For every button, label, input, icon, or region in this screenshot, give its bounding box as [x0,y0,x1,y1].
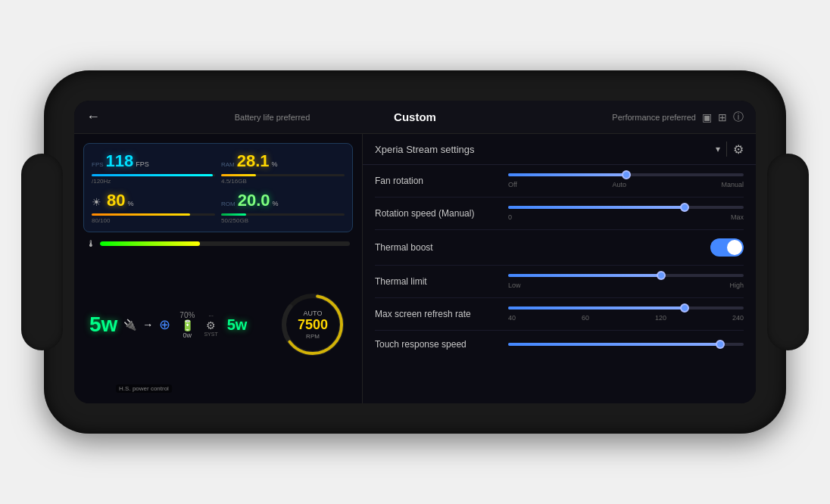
left-panel: FPS 118 FPS /120Hz RAM 28.1 [74,134,362,403]
brightness-unit: % [127,200,133,207]
rpm-gauge: AUTO 7500 RPM [279,291,347,359]
fps-value: 118 [106,151,134,171]
brightness-value: 80 [107,191,125,210]
touch-response-control[interactable] [508,343,744,346]
fan-rotation-label: Fan rotation [375,176,496,186]
ram-unit: % [272,160,278,168]
syst-icon: ⚙ [206,319,216,331]
rotation-speed-label: Rotation speed (Manual) [375,208,496,219]
temp-bar-fill [100,241,200,246]
fan-rotation-labels: Off Auto Manual [508,181,744,188]
brightness-bar [92,213,190,216]
thermal-boost-label: Thermal boost [375,242,496,253]
temp-bar-track [100,241,350,246]
fan-icon: ⊕ [159,316,170,333]
ram-sub: 4.5/16GB [221,178,345,185]
dots-icon: ··· [208,313,214,319]
screen: ← Battery life preferred Custom Performa… [74,101,756,403]
right-header: Xperia Stream settings ▾ ⚙ [363,134,756,165]
info-icon[interactable]: ⓘ [733,110,744,124]
main-content: FPS 118 FPS /120Hz RAM 28.1 [74,134,756,403]
back-button[interactable]: ← [86,109,100,125]
ram-value: 28.1 [237,151,270,171]
fps-unit: FPS [136,160,149,168]
stats-grid: FPS 118 FPS /120Hz RAM 28.1 [92,151,345,224]
rotation-speed-row: Rotation speed (Manual) 0 Max [375,198,744,230]
fps-bar [92,174,213,176]
refresh-60: 60 [582,314,589,322]
refresh-120: 120 [655,314,666,322]
power-section: 5w 🔌 → ⊕ 70% 🔋 0w ··· ⚙ SYST [83,255,353,394]
thermal-limit-thumb[interactable] [657,271,666,280]
fan-auto-label: Auto [612,181,626,188]
thermal-low-label: Low [508,282,521,289]
temp-bar-section: 🌡 [83,238,353,249]
layout-icon[interactable]: ⊞ [718,111,727,123]
battery-watts: 0w [183,331,192,339]
refresh-40: 40 [508,314,516,322]
brightness-sub: 80/100 [92,217,215,224]
settings-gear-icon[interactable]: ⚙ [733,142,744,157]
rotation-speed-thumb[interactable] [680,203,689,212]
rotation-speed-labels: 0 Max [508,213,744,221]
thermal-limit-labels: Low High [508,282,744,289]
rotation-min-label: 0 [508,213,512,221]
fan-rotation-row: Fan rotation Off Auto Manual [375,165,744,198]
thermal-boost-toggle[interactable] [710,238,744,257]
rom-sub: 50/250GB [221,217,345,224]
stats-box: FPS 118 FPS /120Hz RAM 28.1 [83,143,353,232]
touch-response-thumb[interactable] [716,340,725,349]
settings-list: Fan rotation Off Auto Manual [363,165,756,403]
refresh-rate-label: Max screen refresh rate [375,309,496,319]
page-title: Custom [394,110,436,123]
power-left-watts: 5w [89,313,117,337]
thermal-limit-control[interactable]: Low High [508,274,744,289]
battery-pct-label: 70% [179,311,195,319]
rom-bar [221,213,246,216]
power-plug-icon: 🔌 [123,319,136,331]
device-frame: ← Battery life preferred Custom Performa… [44,70,786,434]
refresh-rate-markers: 40 60 120 240 [508,314,744,322]
rotation-max-label: Max [731,213,744,221]
battery-life-mode-label: Battery life preferred [115,113,429,122]
performance-mode-label: Performance preferred [612,113,696,122]
rpm-value: 7500 [298,317,328,333]
power-right-watts: 5w [227,316,248,334]
syst-label: SYST [204,331,217,337]
rpm-unit: RPM [298,333,328,340]
dropdown-arrow[interactable]: ▾ [716,144,720,154]
fps-label: FPS [92,161,104,168]
refresh-240: 240 [732,314,744,322]
ram-bar [221,174,256,176]
top-bar: ← Battery life preferred Custom Performa… [74,101,756,134]
header-divider [726,142,727,157]
refresh-rate-row: Max screen refresh rate 40 60 120 240 [375,298,744,331]
rom-label: ROM [221,201,236,207]
fps-sub: /120Hz [92,178,215,185]
ram-stat: RAM 28.1 % 4.5/16GB [221,151,345,185]
refresh-rate-thumb[interactable] [680,303,689,313]
thermal-boost-row: Thermal boost [375,230,744,266]
touch-response-row: Touch response speed [375,331,744,358]
touch-response-label: Touch response speed [375,339,496,350]
thermal-high-label: High [729,282,744,289]
brightness-stat: ☀ 80 % 80/100 [92,191,215,224]
refresh-rate-control[interactable]: 40 60 120 240 [508,306,744,322]
rom-unit: % [273,200,279,207]
hs-label: H.S. power control [116,384,172,393]
thermal-limit-row: Thermal limit Low High [375,266,744,298]
fan-manual-label: Manual [721,181,744,188]
rotation-speed-control[interactable]: 0 Max [508,206,744,221]
thermal-boost-control [508,238,744,257]
battery-icon: 🔋 [181,319,194,331]
temp-icon: 🌡 [86,238,95,249]
rpm-inner: AUTO 7500 RPM [298,310,328,340]
fan-rotation-thumb[interactable] [622,170,631,179]
window-icon[interactable]: ▣ [702,111,712,123]
rpm-mode: AUTO [298,310,328,317]
rom-stat: ROM 20.0 % 50/250GB [221,191,345,224]
thermal-boost-knob [727,240,742,255]
top-bar-right: Performance preferred ▣ ⊞ ⓘ [429,110,744,124]
thermal-limit-label: Thermal limit [375,276,496,287]
fan-rotation-control[interactable]: Off Auto Manual [508,173,744,188]
